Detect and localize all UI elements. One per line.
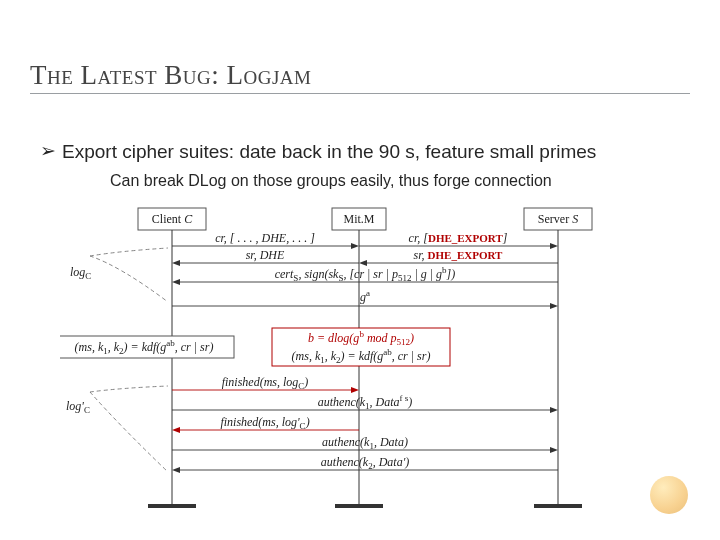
svg-marker-50 — [172, 467, 180, 473]
svg-marker-47 — [550, 447, 558, 453]
svg-marker-44 — [172, 427, 180, 433]
svg-text:Client C: Client C — [152, 212, 193, 226]
logjam-diagram: Client C Mit.M Server S cr, [ . . . , DH… — [60, 206, 662, 518]
svg-marker-16 — [550, 243, 558, 249]
svg-marker-13 — [351, 243, 359, 249]
svg-text:authenc(k1, Dataf s): authenc(k1, Dataf s) — [318, 393, 413, 411]
svg-text:certS, sign(skS, [cr | sr | p5: certS, sign(skS, [cr | sr | p512 | g | g… — [275, 265, 456, 283]
bullet-arrow-icon: ➢ — [40, 139, 56, 162]
decorative-dot-icon — [650, 476, 688, 514]
svg-text:(ms, k1, k2) = kdf(gab, cr | s: (ms, k1, k2) = kdf(gab, cr | sr) — [75, 338, 214, 356]
svg-marker-28 — [550, 303, 558, 309]
svg-marker-38 — [351, 387, 359, 393]
svg-text:finished(ms, log'C): finished(ms, log'C) — [220, 415, 309, 431]
svg-marker-19 — [172, 260, 180, 266]
svg-marker-41 — [550, 407, 558, 413]
svg-marker-22 — [359, 260, 367, 266]
svg-text:Server S: Server S — [538, 212, 578, 226]
svg-text:logC: logC — [70, 265, 91, 281]
svg-text:cr, [ . . . , DHE, . . . ]: cr, [ . . . , DHE, . . . ] — [215, 231, 315, 245]
sub-bullet-1: Can break DLog on those groups easily, t… — [110, 172, 690, 190]
bullet-1-text: Export cipher suites: date back in the 9… — [62, 141, 596, 162]
svg-text:authenc(k1, Data): authenc(k1, Data) — [322, 435, 408, 451]
svg-text:sr, DHE_EXPORT: sr, DHE_EXPORT — [414, 248, 503, 262]
svg-text:authenc(k2, Data'): authenc(k2, Data') — [321, 455, 409, 471]
svg-text:(ms, k1, k2) = kdf(gab, cr | s: (ms, k1, k2) = kdf(gab, cr | sr) — [292, 347, 431, 365]
svg-text:Mit.M: Mit.M — [343, 212, 374, 226]
svg-text:log'C: log'C — [66, 399, 90, 415]
svg-text:cr, [DHE_EXPORT]: cr, [DHE_EXPORT] — [409, 231, 508, 245]
svg-text:finished(ms, logC): finished(ms, logC) — [222, 375, 309, 391]
bullet-1: ➢Export cipher suites: date back in the … — [40, 140, 690, 163]
svg-marker-25 — [172, 279, 180, 285]
svg-text:ga: ga — [360, 288, 370, 304]
slide-title: The Latest Bug: Logjam — [30, 60, 690, 94]
svg-text:sr, DHE: sr, DHE — [246, 248, 285, 262]
